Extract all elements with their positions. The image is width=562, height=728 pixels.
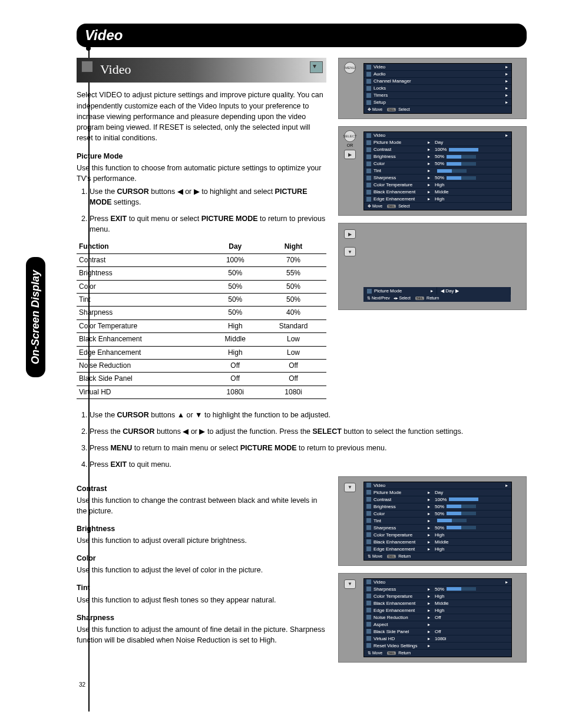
def-body: Use this function to adjust the amount o… [77,624,326,645]
pm-step-1: Use the CURSOR buttons ◀ or ▶ to highlig… [90,186,326,207]
def-body: Use this function to change the contrast… [77,495,326,516]
th-day: Day [210,241,260,253]
down-arrow-icon: ▼ [344,247,356,256]
def-heading: Sharpness [77,612,326,623]
pm-step-2: Press EXIT to quit menu or select PICTUR… [90,213,326,235]
down-arrow-icon: ▼ [344,483,356,492]
def-body: Use this function to adjust the level of… [77,565,326,575]
def-body: Use this function to adjust flesh tones … [77,595,326,605]
th-function: Function [77,241,210,253]
picture-mode-heading: Picture Mode [77,151,326,162]
def-heading: Color [77,553,326,564]
function-table: Function Day Night Contrast100%70%Bright… [77,241,326,399]
select-button-icon: SELECT [344,130,356,142]
intro-text: Select VIDEO to adjust picture settings … [77,90,326,143]
video-badge: Video [77,58,326,83]
table-row: Contrast100%70% [77,253,326,266]
th-night: Night [260,241,326,253]
or-label: OR [340,143,360,147]
table-row: Noise ReductionOffOff [77,359,326,372]
table-row: Black Side PanelOffOff [77,373,326,386]
def-heading: Contrast [77,483,326,494]
table-row: Black EnhancementMiddleLow [77,333,326,346]
right-arrow-icon: ▶ [344,150,356,159]
table-row: Color TemperatureHighStandard [77,319,326,332]
osd-video-menu-3: ▼ Video▸Sharpness▸50%Color Temperature▸H… [338,573,527,663]
osd-video-menu-2: ▼ Video▸Picture Mode▸DayContrast▸100%Bri… [338,476,527,566]
osd-main-menu: MENU Video▸Audio▸Channel Manager▸Locks▸T… [338,58,527,119]
menu-button-icon: MENU [344,62,356,74]
table-row: Tint50%50% [77,293,326,306]
table-row: Edge EnhancementHighLow [77,346,326,359]
table-row: Color50%50% [77,280,326,293]
def-heading: Brightness [77,523,326,534]
pm-label: Picture Mode [374,288,402,294]
table-row: Brightness50%55% [77,267,326,280]
table-row: Virtual HD1080i1080i [77,386,326,398]
right-arrow-icon: ▶ [344,229,356,239]
osd-picture-mode: ▶ ▼ Picture Mode▸ ◀ Day ▶ ⇅ Next/Prev ◂▸… [338,223,527,310]
osd-video-menu: SELECT OR ▶ Video▸Picture Mode▸DayContra… [338,126,527,216]
badge-icon [81,61,93,73]
dropdown-icon [310,61,323,73]
def-heading: Tint [77,582,326,593]
section-header: Video [77,24,527,47]
badge-text: Video [100,62,131,77]
pm-value: ◀ Day ▶ [437,287,511,295]
page-number: 32 [79,681,527,688]
picture-mode-intro: Use this function to choose from automat… [77,163,326,184]
side-tab: On-Screen Display [26,257,45,377]
down-arrow-icon: ▼ [344,579,356,589]
table-row: Sharpness50%40% [77,307,326,319]
adjustment-steps: Use the CURSOR buttons ▲ or ▼ to highlig… [77,410,527,470]
def-body: Use this function to adjust overall pict… [77,535,326,546]
